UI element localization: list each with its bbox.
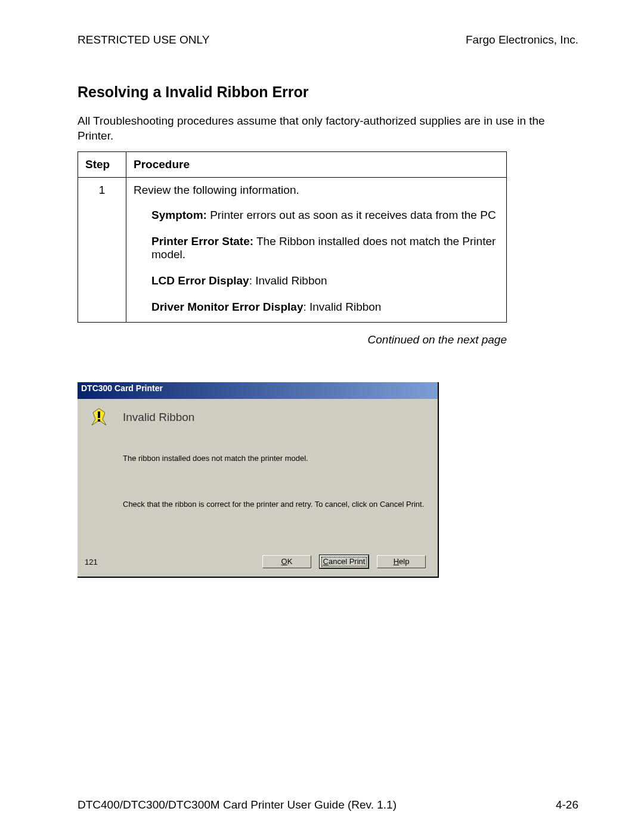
step-number: 1: [78, 178, 126, 323]
procedure-table: Step Procedure 1 Review the following in…: [78, 151, 507, 323]
intro-paragraph: All Troubleshooting procedures assume th…: [78, 114, 578, 143]
driver-display-line: Driver Monitor Error Display: Invalid Ri…: [151, 301, 499, 314]
cancel-print-button[interactable]: Cancel Print: [320, 555, 369, 568]
dialog-code: 121: [85, 558, 98, 566]
help-button[interactable]: Help: [377, 555, 426, 568]
warning-icon: [89, 407, 123, 554]
error-state-line: Printer Error State: The Ribbon installe…: [151, 235, 499, 261]
page-footer: DTC400/DTC300/DTC300M Card Printer User …: [78, 798, 578, 812]
page-header: RESTRICTED USE ONLY Fargo Electronics, I…: [78, 33, 578, 47]
continued-note: Continued on the next page: [78, 333, 507, 346]
procedure-lead: Review the following information.: [134, 184, 499, 197]
symptom-line: Symptom: Printer errors out as soon as i…: [151, 209, 499, 222]
error-dialog: DTC300 Card Printer Invalid Ribbon The r…: [78, 382, 439, 578]
header-left: RESTRICTED USE ONLY: [78, 33, 209, 47]
svg-rect-2: [98, 419, 100, 422]
dialog-message-1: The ribbon installed does not match the …: [123, 454, 426, 463]
dialog-message-2: Check that the ribbon is correct for the…: [123, 500, 426, 509]
col-header-step: Step: [78, 152, 126, 178]
footer-left: DTC400/DTC300/DTC300M Card Printer User …: [78, 798, 397, 812]
section-title: Resolving a Invalid Ribbon Error: [78, 83, 578, 101]
col-header-procedure: Procedure: [126, 152, 507, 178]
procedure-cell: Review the following information. Sympto…: [126, 178, 507, 323]
table-row: 1 Review the following information. Symp…: [78, 178, 507, 323]
header-right: Fargo Electronics, Inc.: [466, 33, 578, 47]
dialog-titlebar: DTC300 Card Printer: [78, 382, 438, 399]
lcd-display-line: LCD Error Display: Invalid Ribbon: [151, 274, 499, 287]
ok-button[interactable]: OK: [262, 555, 311, 568]
footer-right: 4-26: [556, 798, 578, 812]
dialog-heading: Invalid Ribbon: [123, 411, 426, 424]
svg-rect-1: [98, 411, 100, 418]
